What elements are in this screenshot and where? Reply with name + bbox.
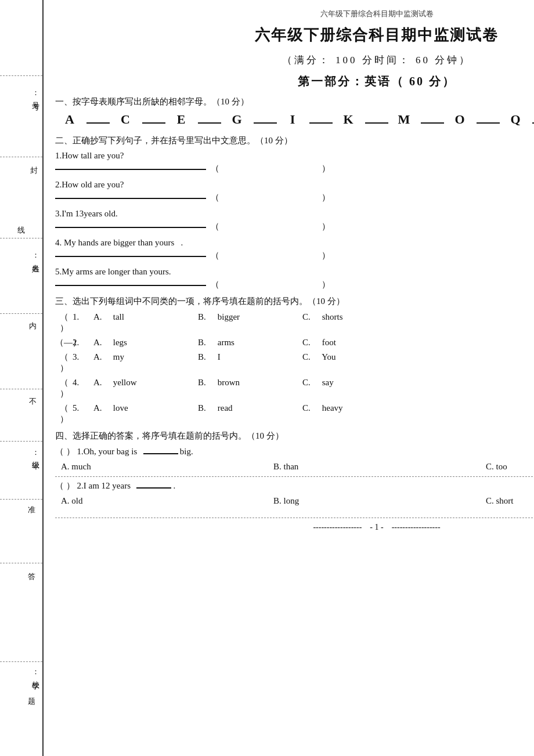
mc3-num: 3. [73, 352, 93, 362]
q5-paren-close: ） [322, 279, 330, 290]
margin-label-ti: 题 [28, 696, 35, 707]
q5-text: 5.My arms are longer than yours. [55, 267, 534, 277]
mc-row-1: （ ） 1. A. tall B. bigger C. shorts [55, 312, 534, 334]
q4-text: 4. My hands are bigger than yours . [55, 238, 534, 248]
dashed-line-9 [0, 661, 42, 662]
fill-q2-blank[interactable] [136, 486, 171, 489]
mc3-optA: A. my [93, 352, 198, 362]
mc1-optA: A. tall [93, 312, 198, 322]
fill-q1-optC: C. too [486, 462, 534, 472]
alpha-blank-7[interactable] [421, 121, 444, 124]
section1-title: 第一部分：英语（ 60 分） [55, 74, 534, 89]
mc3-optC: C. You [302, 352, 407, 362]
main-title: 六年级下册综合科目期中监测试卷 [55, 25, 534, 45]
fill-q2: （ ） 2.I am 12 years . [55, 480, 534, 491]
q1-text: 1.How tall are you? [55, 151, 534, 161]
mc5-num: 5. [73, 403, 93, 413]
mc2-bracket[interactable]: （—） [55, 337, 73, 348]
footer-page-num: - 1 - [370, 523, 383, 531]
fill-q2-optA: A. old [61, 496, 273, 506]
alpha-blank-1[interactable] [86, 121, 110, 124]
question-4: 4. My hands are bigger than yours . （ ） [55, 238, 534, 261]
q2-text: 2.How old are you? [55, 180, 534, 190]
fill-q1-optB: B. than [273, 462, 486, 472]
margin-label-xingming: ：名姓 [30, 249, 41, 261]
main-content: 六年级下册综合科目期中监测试卷 六年级下册综合科目期中监测试卷 （满分： 100… [44, 0, 534, 756]
alpha-blank-2[interactable] [142, 121, 165, 124]
fill-q2-after: . [173, 481, 175, 491]
page: ：号考 封 ：名姓 线 内 不 ：级年 准 答 ：校学 题 六年级下册综合科目期… [0, 0, 534, 756]
alpha-E: E [167, 112, 197, 127]
alpha-blank-4[interactable] [254, 121, 277, 124]
part1-instruction: 一、按字母表顺序写出所缺的相邻字母。（10 分） [55, 96, 534, 107]
alphabet-row: A C E G I K M O Q S U W [55, 112, 534, 127]
fill-q2-optB: B. long [273, 496, 486, 506]
q1-write-line[interactable] [55, 168, 206, 170]
margin-label-nei: 内 [29, 321, 37, 331]
margin-label-zhun: 准 [28, 505, 35, 515]
dashed-sep [55, 476, 534, 477]
alpha-blank-5[interactable] [309, 121, 333, 124]
fill-q1-text: 1.Oh, your bag is [75, 447, 142, 457]
mc2-optB: B. arms [198, 338, 302, 348]
mc3-optB: B. I [198, 352, 302, 362]
mc1-optB: B. bigger [198, 312, 302, 322]
mc4-optA: A. yellow [93, 378, 198, 388]
alpha-blank-8[interactable] [477, 121, 500, 124]
mc1-num: 1. [73, 312, 93, 322]
mc2-optA: A. legs [93, 338, 198, 348]
dashed-line-3 [0, 238, 42, 238]
q3-write-line[interactable] [55, 226, 206, 228]
mc5-bracket[interactable]: （ ） [55, 403, 73, 425]
fill-q2-bracket[interactable]: （ ） [55, 480, 75, 491]
q3-answer-row: （ ） [55, 221, 534, 232]
question-2: 2.How old are you? （ ） [55, 180, 534, 203]
q4-answer-row: （ ） [55, 250, 534, 261]
fill-q2-options: A. old B. long C. short [55, 496, 534, 506]
footer-dashes-right: ------------------ [392, 523, 441, 531]
question-3: 3.I'm 13years old. （ ） [55, 209, 534, 232]
mc5-optC: C. heavy [302, 403, 407, 413]
fill-q2-optC: C. short [486, 496, 534, 506]
fill-q1-blank[interactable] [143, 452, 178, 454]
q3-paren-open: （ [211, 221, 219, 232]
alpha-K: K [334, 112, 364, 127]
q5-answer-row: （ ） [55, 279, 534, 290]
dashed-line-5 [0, 389, 42, 389]
q2-write-line[interactable] [55, 197, 206, 199]
alpha-O: O [445, 112, 475, 127]
mc-row-5: （ ） 5. A. love B. read C. heavy [55, 403, 534, 425]
page-footer: ------------------ - 1 - ---------------… [55, 518, 534, 532]
mc-row-4: （ ） 4. A. yellow B. brown C. say [55, 377, 534, 399]
margin-label-bu: 不 [29, 396, 37, 407]
q2-paren-open: （ [211, 192, 219, 203]
left-margin: ：号考 封 ：名姓 线 内 不 ：级年 准 答 ：校学 题 [0, 0, 44, 756]
mc5-optB: B. read [198, 403, 302, 413]
fill-q1-after: big. [180, 447, 193, 457]
fill-q1-optA: A. much [61, 462, 273, 472]
mc2-num: 2. [73, 338, 93, 348]
mc4-bracket[interactable]: （ ） [55, 377, 73, 399]
alpha-blank-6[interactable] [365, 121, 388, 124]
alpha-G: G [222, 112, 252, 127]
q4-paren-open: （ [211, 250, 219, 261]
q1-paren-open: （ [211, 163, 219, 174]
alpha-blank-3[interactable] [198, 121, 221, 124]
subtitle: （满分： 100 分时间： 60 分钟） [55, 53, 534, 67]
dashed-line-7 [0, 499, 42, 500]
q5-write-line[interactable] [55, 284, 206, 286]
dashed-line-1 [0, 75, 42, 76]
fill-q1-bracket[interactable]: （ ） [55, 446, 75, 457]
alpha-Q: Q [501, 112, 531, 127]
mc1-bracket[interactable]: （ ） [55, 312, 73, 334]
alpha-C: C [111, 112, 141, 127]
margin-label-xian: 线 [17, 225, 25, 236]
alpha-A: A [55, 112, 85, 127]
margin-label-xiaoxue: ：校学 [30, 666, 41, 677]
q4-write-line[interactable] [55, 255, 206, 257]
mc3-bracket[interactable]: （ ） [55, 352, 73, 374]
q1-answer-row: （ ） [55, 163, 534, 174]
mc-row-3: （ ） 3. A. my B. I C. You [55, 352, 534, 374]
margin-label-da: 答 [28, 571, 35, 582]
question-1: 1.How tall are you? （ ） [55, 151, 534, 174]
